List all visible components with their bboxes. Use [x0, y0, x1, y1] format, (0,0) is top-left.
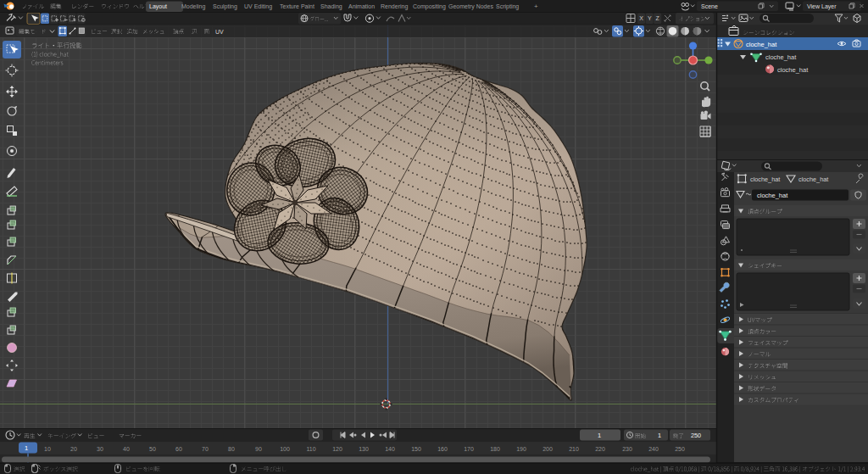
svg-text:170: 170	[464, 446, 474, 452]
svg-text:Modeling: Modeling	[181, 3, 206, 10]
svg-text:30: 30	[97, 446, 103, 452]
svg-text:Z: Z	[656, 15, 660, 21]
svg-text:210: 210	[569, 446, 579, 452]
svg-text:240: 240	[648, 446, 659, 452]
svg-text:180: 180	[490, 446, 500, 452]
svg-text:1: 1	[598, 432, 601, 439]
svg-text:50: 50	[149, 446, 156, 452]
svg-text:90: 90	[255, 446, 262, 452]
svg-text:100: 100	[280, 446, 290, 452]
svg-text:230: 230	[622, 446, 632, 452]
svg-text:160: 160	[437, 446, 448, 452]
svg-text:cloche_hat: cloche_hat	[765, 53, 797, 61]
svg-text:80: 80	[228, 446, 235, 452]
svg-text:UV Editing: UV Editing	[244, 3, 272, 10]
svg-text:cloche_hat: cloche_hat	[746, 41, 777, 48]
svg-text:Sculpting: Sculpting	[213, 3, 237, 10]
svg-text:X: X	[639, 15, 643, 21]
svg-text:Geometry Nodes: Geometry Nodes	[448, 3, 493, 10]
svg-text:Rendering: Rendering	[381, 3, 408, 10]
svg-text:40: 40	[123, 446, 130, 452]
svg-text:130: 130	[359, 446, 369, 452]
svg-text:+: +	[534, 3, 538, 10]
svg-text:70: 70	[202, 446, 209, 452]
svg-text:110: 110	[306, 446, 315, 452]
svg-text:220: 220	[595, 446, 605, 452]
svg-text:120: 120	[332, 446, 342, 452]
svg-text:View Layer: View Layer	[807, 3, 837, 10]
svg-text:cloche_hat: cloche_hat	[757, 192, 788, 199]
svg-text:200: 200	[542, 446, 553, 452]
svg-text:Compositing: Compositing	[413, 3, 446, 10]
svg-text:Y: Y	[648, 15, 652, 21]
svg-text:cloche_hat: cloche_hat	[777, 66, 809, 74]
svg-text:190: 190	[516, 446, 526, 452]
svg-text:Shading: Shading	[320, 3, 342, 10]
svg-text:cloche_hat: cloche_hat	[798, 176, 828, 183]
svg-text:250: 250	[691, 432, 701, 439]
svg-text:1: 1	[658, 432, 661, 439]
svg-text:250: 250	[675, 446, 685, 452]
svg-text:UV: UV	[215, 29, 224, 35]
svg-text:1: 1	[25, 444, 28, 452]
svg-text:Texture Paint: Texture Paint	[280, 3, 314, 9]
svg-text:Scripting: Scripting	[496, 3, 519, 10]
svg-text:Animation: Animation	[348, 3, 375, 9]
svg-text:140: 140	[385, 446, 395, 452]
svg-text:Layout: Layout	[149, 3, 167, 10]
svg-text:60: 60	[175, 446, 182, 452]
svg-text:20: 20	[70, 446, 77, 452]
svg-text:10: 10	[44, 446, 51, 452]
svg-text:Scene: Scene	[701, 3, 718, 9]
svg-text:150: 150	[411, 446, 421, 452]
svg-text:cloche_hat: cloche_hat	[750, 176, 780, 183]
